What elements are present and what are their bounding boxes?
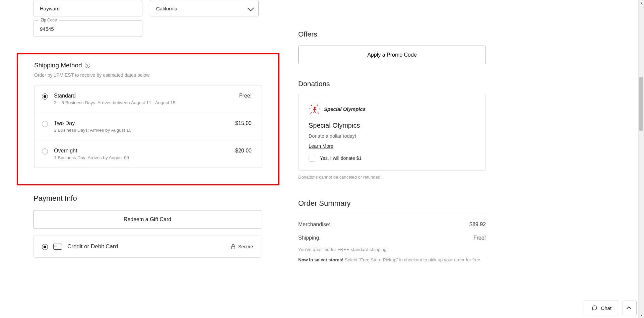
shipping-option-price: Free! [239, 93, 252, 99]
radio-icon[interactable] [42, 93, 48, 100]
zip-field[interactable]: Zip Code 94545 [34, 20, 142, 37]
divider [298, 214, 486, 214]
payment-info-title: Payment Info [34, 194, 261, 203]
radio-icon[interactable] [42, 148, 48, 154]
store-pickup-rest: Select "Free Store Pickup" in checkout t… [343, 257, 481, 262]
shipping-option-standard[interactable]: Standard 3 – 5 Business Days: Arrives be… [35, 85, 262, 113]
donation-learn-more-link[interactable]: Learn More [309, 143, 333, 149]
payment-method-name: Credit or Debit Card [67, 243, 118, 250]
zip-value: 94545 [40, 26, 54, 32]
offers-title: Offers [298, 30, 486, 38]
shipping-value: Free! [473, 235, 486, 241]
donation-card: Special Olympics Special Olympics Donate… [298, 94, 486, 171]
secure-label: Secure [238, 244, 253, 249]
state-value: California [156, 6, 177, 11]
shipping-option-overnight[interactable]: Overnight 1 Business Day: Arrives by Aug… [35, 140, 262, 168]
help-icon[interactable]: ? [85, 63, 90, 68]
merchandise-label: Merchandise: [298, 221, 330, 228]
apply-promo-code-button[interactable]: Apply a Promo Code [298, 46, 486, 64]
store-pickup-note: Now in select stores! Select "Free Store… [298, 257, 486, 263]
special-olympics-wordmark: Special Olympics [324, 106, 366, 112]
shipping-method-title: Shipping Method ? [34, 62, 262, 69]
shipping-option-two-day[interactable]: Two Day 2 Business Days: Arrives by Augu… [35, 113, 262, 140]
radio-icon[interactable] [42, 121, 48, 127]
lock-icon [231, 244, 236, 249]
free-shipping-note: You've qualified for FREE standard shipp… [298, 247, 486, 252]
shipping-method-section: Shipping Method ? Order by 1PM EST to re… [17, 53, 279, 185]
svg-point-1 [314, 107, 315, 108]
donation-subtext: Donate a dollar today! [309, 133, 475, 139]
radio-icon[interactable] [42, 244, 48, 250]
city-value: Hayward [40, 6, 60, 11]
merchandise-value: $89.92 [469, 221, 486, 228]
donation-org-name: Special Olympics [309, 122, 475, 129]
scrollbar[interactable]: ▴ ▾ [638, 0, 644, 277]
donation-checkbox[interactable] [309, 155, 315, 162]
shipping-label: Shipping: [298, 235, 321, 241]
shipping-option-name: Two Day [54, 120, 229, 126]
order-summary-title: Order Summary [298, 199, 486, 208]
donations-title: Donations [298, 80, 486, 88]
svg-rect-0 [232, 246, 235, 249]
shipping-option-desc: 3 – 5 Business Days: Arrives between Aug… [54, 100, 233, 105]
shipping-option-price: $15.00 [235, 120, 252, 126]
zip-label: Zip Code [39, 18, 59, 22]
donation-checkbox-label: Yes, I will donate $1 [320, 155, 362, 161]
credit-card-icon [53, 244, 62, 250]
special-olympics-logo-icon [309, 103, 321, 115]
shipping-option-desc: 1 Business Day: Arrives by August 09 [54, 155, 229, 160]
shipping-note: Order by 1PM EST to receive by estimated… [34, 72, 262, 78]
scroll-up-arrow-icon[interactable]: ▴ [639, 0, 644, 6]
payment-method-card[interactable]: Credit or Debit Card Secure [34, 236, 261, 258]
state-select[interactable]: California [150, 0, 259, 16]
redeem-gift-card-button[interactable]: Redeem a Gift Card [34, 210, 261, 229]
chevron-down-icon [247, 4, 254, 11]
shipping-option-name: Overnight [54, 148, 229, 154]
shipping-option-price: $20.00 [235, 148, 252, 154]
scrollbar-thumb[interactable] [639, 77, 643, 131]
store-pickup-bold: Now in select stores! [298, 257, 343, 262]
shipping-method-title-text: Shipping Method [34, 62, 82, 69]
donation-footer-note: Donations cannot be canceled or refunded… [298, 175, 486, 180]
shipping-option-desc: 2 Business Days: Arrives by August 10 [54, 128, 229, 133]
secure-badge: Secure [231, 244, 253, 249]
shipping-options: Standard 3 – 5 Business Days: Arrives be… [34, 85, 262, 168]
city-field[interactable]: Hayward [34, 0, 142, 16]
shipping-option-name: Standard [54, 93, 233, 99]
